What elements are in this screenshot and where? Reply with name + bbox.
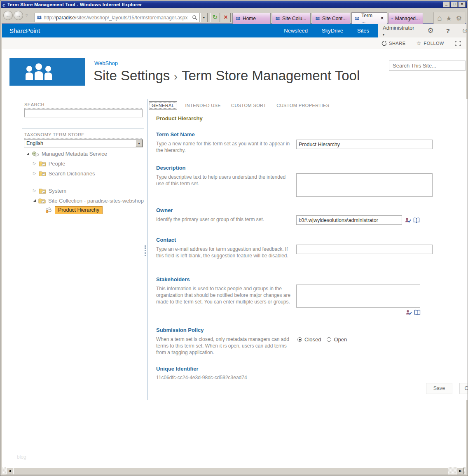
owner-input[interactable] xyxy=(296,215,402,225)
suite-link-newsfeed[interactable]: Newsfeed xyxy=(284,28,308,34)
feedback-smiley-icon[interactable]: ☺ xyxy=(461,27,468,35)
tab-favicon xyxy=(355,16,359,21)
refresh-button[interactable]: ↻ xyxy=(210,13,220,22)
radio-open[interactable] xyxy=(327,337,331,342)
language-value: English xyxy=(26,140,43,146)
address-book-icon[interactable] xyxy=(414,309,421,315)
favorites-star-icon[interactable]: ★ xyxy=(446,14,452,22)
tree-node-search-dictionaries[interactable]: ▷ Search Dictionaries xyxy=(33,169,95,178)
tree-separator xyxy=(24,181,139,181)
section-heading-stakeholders: Stakeholders xyxy=(156,276,190,282)
dropdown-arrow-icon[interactable]: ▼ xyxy=(136,140,143,147)
tree-node-managed-metadata-service[interactable]: Managed Metadata Service xyxy=(26,149,107,158)
tab-favicon xyxy=(315,16,320,21)
minimize-button[interactable]: _ xyxy=(443,2,450,7)
window-titlebar: e Term Store Management Tool - Windows I… xyxy=(1,1,467,8)
metadata-service-icon xyxy=(32,151,39,157)
ie-icon: e xyxy=(2,2,5,7)
forward-button[interactable]: → xyxy=(14,11,23,20)
expander-closed-icon[interactable]: ▷ xyxy=(33,189,36,193)
site-logo[interactable] xyxy=(9,58,85,86)
language-select[interactable]: English ▼ xyxy=(24,139,143,147)
sharepoint-brand[interactable]: SharePoint xyxy=(9,27,40,34)
expander-closed-icon[interactable]: ▷ xyxy=(33,161,36,166)
search-icon[interactable] xyxy=(192,15,197,20)
address-bar[interactable]: http://paradise/sites/webshop/_layouts/1… xyxy=(35,13,199,22)
tree-node-product-hierarchy[interactable]: Product Hierarchy xyxy=(45,205,103,215)
settings-gear-icon[interactable]: ⚙ xyxy=(428,26,434,35)
tab-custom-properties[interactable]: CUSTOM PROPERTIES xyxy=(274,102,332,109)
check-names-icon[interactable] xyxy=(405,309,412,315)
tab-custom-sort[interactable]: CUSTOM SORT xyxy=(229,102,269,109)
home-icon[interactable]: ⌂ xyxy=(437,14,442,23)
tab-site-contents[interactable]: Site Cont... xyxy=(312,13,350,24)
contact-input[interactable] xyxy=(296,245,433,254)
tab-general[interactable]: GENERAL xyxy=(149,101,177,110)
tab-close-icon[interactable]: ✕ xyxy=(380,16,384,21)
pane-splitter-handle[interactable] xyxy=(145,245,146,256)
radio-open-label[interactable]: Open xyxy=(334,336,347,343)
radio-closed[interactable] xyxy=(297,337,302,342)
tab-home[interactable]: Home xyxy=(232,13,271,24)
section-heading-submission-policy: Submission Policy xyxy=(156,327,204,333)
tree-node-site-collection[interactable]: Site Collection - paradise-sites-webshop xyxy=(33,196,144,205)
close-button[interactable]: ✕ xyxy=(459,2,466,7)
term-set-properties-pane: GENERAL INTENDED USE CUSTOM SORT CUSTOM … xyxy=(147,99,468,400)
recent-pages-dropdown-icon[interactable]: ▽ xyxy=(26,14,28,17)
tab-label: Home xyxy=(243,16,256,21)
check-names-icon[interactable] xyxy=(405,217,411,223)
cancel-button[interactable]: Cancel xyxy=(459,383,468,394)
site-search-input[interactable] xyxy=(389,61,466,71)
suite-bar: SharePoint Newsfeed SkyDrive Sites xyxy=(2,24,378,37)
follow-star-icon: ☆ xyxy=(416,40,421,47)
tree-node-people[interactable]: ▷ People xyxy=(33,159,65,168)
address-dropdown-button[interactable]: ▼ xyxy=(200,13,208,22)
section-heading-term-set-name: Term Set Name xyxy=(156,131,195,138)
horizontal-scrollbar[interactable]: ◀ ▶ xyxy=(2,467,466,474)
help-icon[interactable]: ? xyxy=(446,27,450,34)
selected-term-set-label: Product Hierarchy xyxy=(55,206,103,214)
section-desc-stakeholders: This information is used to track people… xyxy=(156,285,293,305)
stop-button[interactable]: × xyxy=(221,13,231,22)
tree-node-label: Search Dictionaries xyxy=(49,170,95,177)
url-text: http://paradise/sites/webshop/_layouts/1… xyxy=(44,15,188,21)
tools-gear-icon[interactable]: ⚙ xyxy=(456,14,462,22)
site-breadcrumb-link[interactable]: WebShop xyxy=(94,60,118,66)
suite-link-sites[interactable]: Sites xyxy=(357,28,369,34)
tab-site-columns[interactable]: Site Colu... xyxy=(272,13,311,24)
scroll-left-arrow[interactable]: ◀ xyxy=(6,467,13,474)
save-button[interactable]: Save xyxy=(426,383,452,394)
tab-term-store[interactable]: Term ... ✕ xyxy=(351,12,387,24)
restore-button[interactable]: □ xyxy=(451,2,458,7)
description-textarea[interactable] xyxy=(296,173,433,197)
window-title: Term Store Management Tool - Windows Int… xyxy=(7,2,142,7)
expander-closed-icon[interactable]: ▷ xyxy=(33,171,36,175)
user-menu[interactable]: Administrator ▾ xyxy=(383,25,414,37)
scrollbar-thumb[interactable] xyxy=(13,467,448,474)
radio-closed-label[interactable]: Closed xyxy=(304,336,321,343)
term-search-input[interactable] xyxy=(24,109,143,117)
suite-link-skydrive[interactable]: SkyDrive xyxy=(322,28,343,34)
tree-node-system[interactable]: ▷ System xyxy=(33,186,66,195)
tab-favicon xyxy=(275,16,280,21)
page-actions-bar: SHARE ☆ FOLLOW xyxy=(2,37,466,49)
expander-open-icon[interactable] xyxy=(33,199,36,202)
term-set-name-input[interactable] xyxy=(296,140,433,149)
follow-button[interactable]: ☆ FOLLOW xyxy=(416,40,444,47)
scroll-right-arrow[interactable]: ▶ xyxy=(457,467,464,474)
tab-managed-metadata[interactable]: Managed... xyxy=(388,13,423,24)
term-group-icon xyxy=(39,170,46,177)
tab-favicon xyxy=(236,16,241,21)
back-button[interactable]: ← xyxy=(3,11,13,20)
stakeholders-textarea[interactable] xyxy=(296,285,420,308)
search-section-label: SEARCH xyxy=(24,102,142,109)
tab-intended-use[interactable]: INTENDED USE xyxy=(183,102,223,109)
focus-mode-icon[interactable] xyxy=(455,41,461,46)
page-title: Site Settings›Term Store Management Tool xyxy=(94,68,360,84)
browser-window: e Term Store Management Tool - Windows I… xyxy=(0,0,468,476)
section-desc-submission-policy: When a term set is closed, only metadata… xyxy=(156,336,293,356)
address-book-icon[interactable] xyxy=(413,217,420,223)
tab-favicon xyxy=(391,16,393,21)
share-button[interactable]: SHARE xyxy=(381,41,405,46)
expander-open-icon[interactable] xyxy=(26,152,29,155)
